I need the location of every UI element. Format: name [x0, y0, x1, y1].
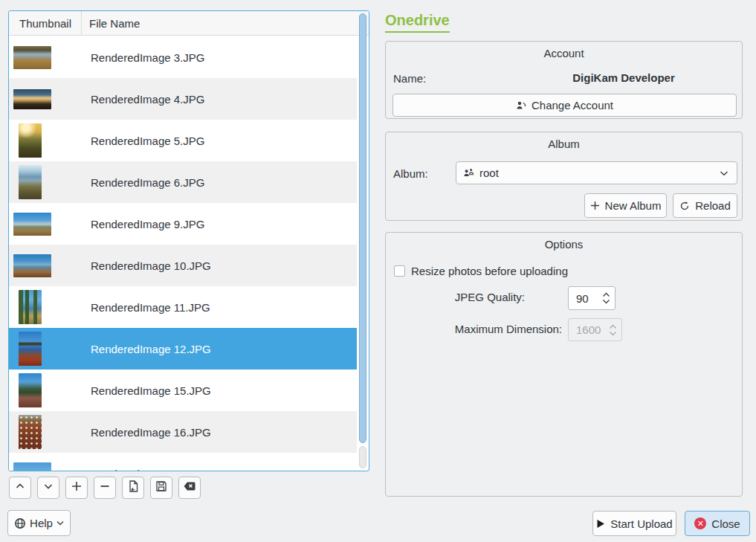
chevron-down-icon	[56, 520, 64, 526]
table-row[interactable]: RenderedImage 4.JPG	[9, 78, 357, 120]
table-row[interactable]: RenderedImage 6.JPG	[9, 161, 357, 203]
album-selected-value: root	[479, 167, 720, 179]
file-name: RenderedImage 15.JPG	[83, 384, 357, 397]
change-account-label: Change Account	[532, 99, 613, 112]
service-title-link[interactable]: Onedrive	[385, 12, 450, 33]
file-name: RenderedImage 3.JPG	[83, 51, 357, 64]
maximum-dimension-spinbox: 1600	[568, 318, 622, 341]
jpeg-quality-spinbox[interactable]: 90	[568, 286, 616, 310]
move-up-button[interactable]	[9, 477, 31, 499]
refresh-icon	[679, 201, 690, 211]
photo-thumbnail	[13, 213, 51, 236]
file-import-icon	[126, 480, 140, 496]
jpeg-quality-label: JPEG Quality:	[386, 291, 525, 303]
resize-label: Resize photos before uploading	[411, 265, 568, 277]
photo-thumbnail	[19, 165, 42, 199]
remove-photos-button[interactable]	[94, 477, 116, 499]
resize-checkbox[interactable]	[394, 265, 405, 277]
file-name: RenderedImage 6.JPG	[83, 176, 357, 189]
table-row[interactable]: RenderedImage 9.JPG	[9, 203, 357, 245]
jpeg-quality-value: 90	[569, 292, 598, 305]
chevron-down-icon	[42, 480, 55, 496]
column-header-file-name[interactable]: File Name	[82, 11, 369, 35]
close-button[interactable]: ✕ Close	[685, 511, 750, 536]
vertical-scrollbar[interactable]	[358, 13, 367, 468]
photo-thumbnail	[19, 415, 42, 449]
minus-icon	[98, 480, 112, 496]
table-row[interactable]: RenderedImage 12.JPG	[9, 328, 357, 370]
album-label: Album:	[393, 167, 428, 180]
table-row[interactable]: RenderedImage 10.JPG	[9, 245, 357, 286]
add-photos-button[interactable]	[65, 477, 88, 499]
account-group-title: Account	[386, 47, 742, 59]
list-toolbar	[9, 477, 201, 499]
options-group-title: Options	[386, 238, 742, 251]
start-upload-button[interactable]: Start Upload	[592, 511, 676, 536]
photo-thumbnail	[19, 290, 42, 324]
change-account-button[interactable]: Change Account	[392, 94, 737, 117]
help-label: Help	[30, 517, 53, 529]
photo-thumbnail	[19, 373, 42, 407]
new-album-label: New Album	[605, 199, 662, 212]
reload-label: Reload	[695, 199, 731, 212]
clear-list-button[interactable]	[178, 477, 201, 499]
photo-thumbnail	[13, 462, 51, 471]
file-name: RenderedImage 11.JPG	[83, 301, 357, 314]
account-name-label: Name:	[393, 72, 426, 85]
new-album-button[interactable]: New Album	[584, 193, 667, 218]
file-list-header: Thumbnail File Name	[9, 11, 369, 36]
photo-thumbnail	[19, 123, 42, 158]
table-row[interactable]: RenderedImage 5.JPG	[9, 120, 357, 161]
options-groupbox: Options Resize photos before uploading J…	[385, 232, 743, 497]
photo-thumbnail	[13, 254, 51, 277]
close-icon: ✕	[694, 517, 706, 529]
chevron-down-icon	[720, 170, 728, 176]
file-name: RenderedImage 4.JPG	[83, 93, 357, 106]
save-list-button[interactable]	[150, 477, 172, 499]
spinner-arrows-icon	[605, 324, 621, 336]
play-icon	[596, 519, 605, 529]
album-groupbox: Album Album: root New Album Reload	[385, 132, 743, 221]
spinner-arrows-icon[interactable]	[598, 292, 615, 304]
photo-thumbnail	[13, 89, 51, 109]
photo-thumbnail	[19, 332, 42, 366]
scrollbar-track[interactable]	[359, 446, 366, 468]
help-button[interactable]: Help	[7, 510, 71, 536]
help-globe-icon	[14, 517, 26, 529]
maximum-dimension-label: Maximum Dimension:	[386, 323, 562, 335]
reload-button[interactable]: Reload	[673, 193, 737, 218]
start-upload-label: Start Upload	[610, 517, 672, 530]
load-list-button[interactable]	[122, 477, 144, 499]
file-name: RenderedImage 9.JPG	[83, 218, 357, 230]
chevron-up-icon	[13, 480, 27, 496]
user-switch-icon	[516, 100, 526, 111]
file-name: RenderedImage 12.JPG	[83, 343, 357, 355]
table-row[interactable]: RenderedImage 16.JPG	[9, 411, 357, 453]
table-row[interactable]: RenderedImage 3.JPG	[9, 36, 357, 78]
album-folder-icon	[463, 168, 474, 178]
scrollbar-thumb[interactable]	[359, 13, 366, 443]
move-down-button[interactable]	[37, 477, 59, 499]
plus-icon	[70, 480, 83, 496]
table-row[interactable]: RenderedImage 17.JPG	[9, 453, 357, 471]
clear-backspace-icon	[182, 480, 197, 496]
save-icon	[155, 480, 168, 496]
file-name: RenderedImage 17.JPG	[83, 468, 357, 471]
photo-thumbnail	[13, 46, 51, 69]
table-row[interactable]: RenderedImage 15.JPG	[9, 370, 357, 411]
close-label: Close	[711, 517, 740, 530]
file-list-body: RenderedImage 3.JPGRenderedImage 4.JPGRe…	[9, 36, 357, 471]
album-combobox[interactable]: root	[456, 161, 737, 184]
file-list: Thumbnail File Name RenderedImage 3.JPGR…	[8, 10, 369, 471]
account-name-value: DigiKam Developer	[505, 71, 743, 84]
plus-icon	[590, 201, 600, 210]
table-row[interactable]: RenderedImage 11.JPG	[9, 286, 357, 328]
file-name: RenderedImage 16.JPG	[83, 426, 357, 439]
file-name: RenderedImage 10.JPG	[83, 259, 357, 272]
maximum-dimension-value: 1600	[569, 323, 605, 336]
album-group-title: Album	[386, 138, 742, 150]
column-header-thumbnail[interactable]: Thumbnail	[9, 11, 82, 35]
file-name: RenderedImage 5.JPG	[83, 135, 357, 147]
account-groupbox: Account Name: DigiKam Developer Change A…	[385, 41, 743, 119]
